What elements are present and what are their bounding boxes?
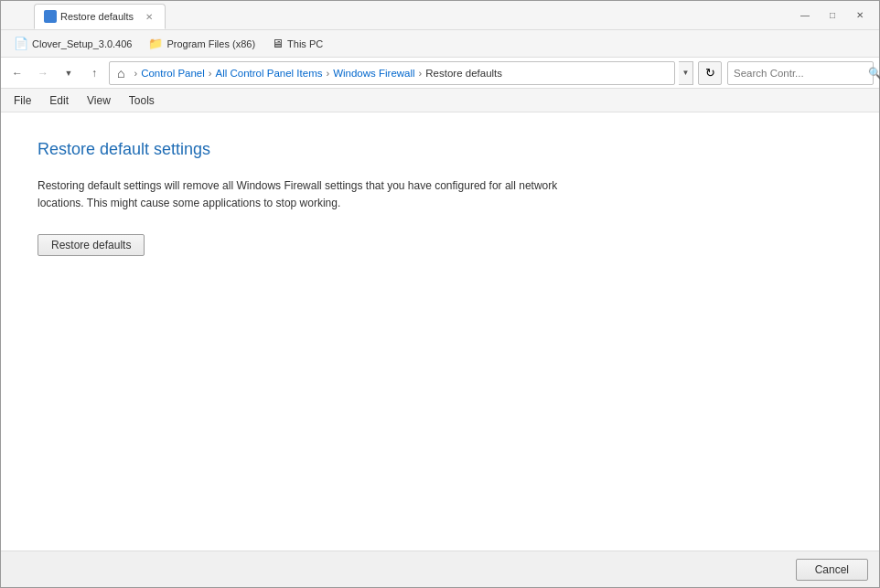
- restore-defaults-button[interactable]: Restore defaults: [38, 234, 145, 256]
- sep-2: ›: [209, 68, 212, 79]
- sep-1: ›: [134, 68, 137, 79]
- active-tab[interactable]: Restore defaults ✕: [34, 4, 166, 29]
- bookmark-clover[interactable]: 📄 Clover_Setup_3.0.406: [8, 35, 137, 52]
- bookmark-this-pc[interactable]: 🖥 This PC: [266, 35, 328, 52]
- search-box: 🔍: [727, 61, 874, 85]
- bookmark-program-files-label: Program Files (x86): [166, 38, 255, 49]
- breadcrumb-windows-firewall[interactable]: Windows Firewall: [333, 68, 414, 79]
- breadcrumb-control-panel[interactable]: Control Panel: [141, 68, 205, 79]
- search-input[interactable]: [734, 68, 868, 79]
- bookmarks-bar: 📄 Clover_Setup_3.0.406 📁 Program Files (…: [1, 30, 879, 58]
- minimize-button[interactable]: —: [793, 6, 817, 25]
- breadcrumb-path: ⌂ › Control Panel › All Control Panel It…: [109, 61, 675, 85]
- tab-label: Restore defaults: [60, 11, 134, 22]
- window-controls: — □ ✕: [786, 1, 879, 29]
- folder-icon: 📁: [148, 37, 163, 50]
- main-content: Restore default settings Restoring defau…: [1, 112, 879, 551]
- titlebar: Restore defaults ✕ — □ ✕: [1, 1, 879, 30]
- menu-edit[interactable]: Edit: [40, 91, 78, 110]
- bookmark-program-files[interactable]: 📁 Program Files (x86): [143, 35, 261, 52]
- menu-view[interactable]: View: [78, 91, 120, 110]
- address-bar: ← → ▼ ↑ ⌂ › Control Panel › All Control …: [1, 58, 879, 89]
- pc-icon: 🖥: [272, 37, 284, 50]
- tab-icon: [44, 10, 57, 23]
- menu-tools[interactable]: Tools: [120, 91, 164, 110]
- home-icon: ⌂: [117, 66, 124, 80]
- breadcrumb-current: Restore defaults: [425, 68, 502, 79]
- bookmark-clover-label: Clover_Setup_3.0.406: [32, 38, 132, 49]
- refresh-button[interactable]: ↻: [698, 61, 722, 85]
- up-button[interactable]: ↑: [83, 62, 105, 84]
- cancel-button[interactable]: Cancel: [796, 559, 868, 581]
- page-title: Restore default settings: [38, 140, 842, 159]
- breadcrumb-all-items[interactable]: All Control Panel Items: [216, 68, 323, 79]
- tab-close-button[interactable]: ✕: [143, 11, 156, 23]
- menu-file[interactable]: File: [5, 91, 40, 110]
- description-text: Restoring default settings will remove a…: [38, 177, 586, 212]
- menubar: File Edit View Tools: [1, 89, 879, 112]
- file-icon: 📄: [14, 37, 28, 50]
- search-icon: 🔍: [868, 67, 880, 80]
- bookmark-this-pc-label: This PC: [287, 38, 323, 49]
- tab-area: Restore defaults ✕: [1, 1, 786, 29]
- sep-4: ›: [419, 68, 423, 79]
- footer-bar: Cancel: [1, 551, 879, 587]
- address-dropdown-button[interactable]: ▼: [679, 61, 693, 85]
- maximize-button[interactable]: □: [821, 6, 844, 25]
- address-right-controls: ▼ ↻ 🔍: [679, 61, 874, 85]
- back-button[interactable]: ←: [6, 62, 28, 84]
- forward-button[interactable]: →: [32, 62, 54, 84]
- recent-button[interactable]: ▼: [58, 62, 80, 84]
- main-window: Restore defaults ✕ — □ ✕ 📄 Clover_Setup_…: [0, 0, 880, 588]
- close-button[interactable]: ✕: [848, 6, 872, 25]
- sep-3: ›: [326, 68, 329, 79]
